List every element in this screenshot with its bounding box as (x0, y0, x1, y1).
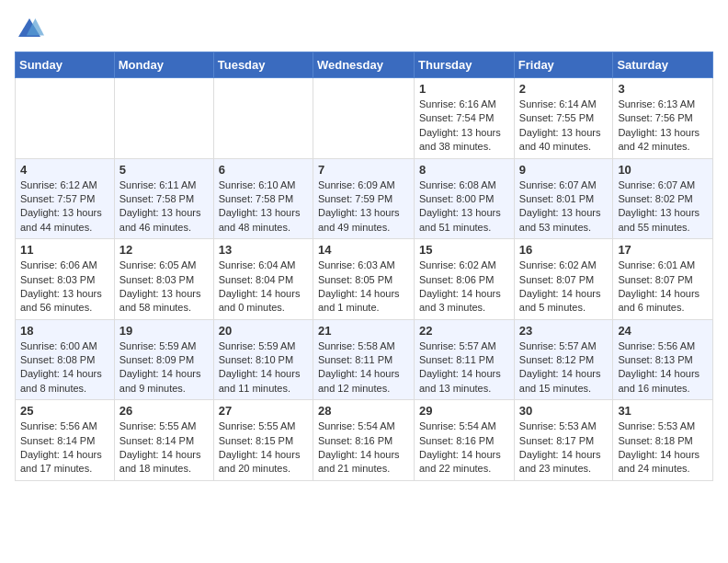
cell-content: Sunrise: 6:00 AM Sunset: 8:08 PM Dayligh… (20, 339, 109, 396)
day-number: 29 (419, 404, 509, 418)
cell-content: Sunrise: 5:54 AM Sunset: 8:16 PM Dayligh… (318, 419, 409, 477)
day-number: 1 (419, 82, 509, 96)
day-number: 6 (219, 163, 308, 177)
day-number: 7 (318, 163, 409, 177)
header-tuesday: Tuesday (213, 52, 313, 78)
cell-content: Sunrise: 6:10 AM Sunset: 7:58 PM Dayligh… (219, 178, 308, 236)
cell-week4-day4: 22Sunrise: 5:57 AM Sunset: 8:11 PM Dayli… (415, 319, 515, 400)
week-row-2: 4Sunrise: 6:12 AM Sunset: 7:57 PM Daylig… (16, 158, 713, 239)
day-number: 24 (618, 324, 708, 338)
calendar-header: SundayMondayTuesdayWednesdayThursdayFrid… (16, 52, 713, 78)
cell-week2-day0: 4Sunrise: 6:12 AM Sunset: 7:57 PM Daylig… (16, 158, 115, 239)
cell-content: Sunrise: 6:02 AM Sunset: 8:07 PM Dayligh… (519, 259, 609, 316)
cell-week1-day6: 3Sunrise: 6:13 AM Sunset: 7:56 PM Daylig… (613, 78, 713, 159)
cell-content: Sunrise: 5:53 AM Sunset: 8:17 PM Dayligh… (519, 419, 609, 477)
cell-content: Sunrise: 5:59 AM Sunset: 8:10 PM Dayligh… (219, 339, 308, 396)
calendar-table: SundayMondayTuesdayWednesdayThursdayFrid… (15, 52, 713, 481)
day-number: 8 (419, 163, 509, 177)
cell-week3-day0: 11Sunrise: 6:06 AM Sunset: 8:03 PM Dayli… (16, 239, 115, 320)
logo-icon (15, 15, 44, 44)
cell-week2-day6: 10Sunrise: 6:07 AM Sunset: 8:02 PM Dayli… (613, 158, 713, 239)
cell-week5-day4: 29Sunrise: 5:54 AM Sunset: 8:16 PM Dayli… (415, 400, 515, 481)
cell-content: Sunrise: 6:05 AM Sunset: 8:03 PM Dayligh… (119, 259, 209, 316)
cell-content: Sunrise: 6:16 AM Sunset: 7:54 PM Dayligh… (419, 98, 509, 155)
cell-content: Sunrise: 6:07 AM Sunset: 8:02 PM Dayligh… (618, 178, 708, 236)
cell-week1-day2 (213, 78, 313, 159)
cell-week4-day3: 21Sunrise: 5:58 AM Sunset: 8:11 PM Dayli… (313, 319, 414, 400)
cell-content: Sunrise: 6:01 AM Sunset: 8:07 PM Dayligh… (618, 259, 708, 316)
week-row-3: 11Sunrise: 6:06 AM Sunset: 8:03 PM Dayli… (16, 239, 713, 320)
day-number: 21 (318, 324, 409, 338)
cell-week2-day5: 9Sunrise: 6:07 AM Sunset: 8:01 PM Daylig… (514, 158, 613, 239)
day-number: 13 (219, 243, 308, 257)
cell-week5-day2: 27Sunrise: 5:55 AM Sunset: 8:15 PM Dayli… (213, 400, 313, 481)
day-number: 11 (20, 243, 109, 257)
cell-content: Sunrise: 6:07 AM Sunset: 8:01 PM Dayligh… (519, 178, 609, 236)
cell-content: Sunrise: 5:57 AM Sunset: 8:12 PM Dayligh… (519, 339, 609, 396)
day-number: 31 (618, 404, 708, 418)
cell-week4-day5: 23Sunrise: 5:57 AM Sunset: 8:12 PM Dayli… (514, 319, 613, 400)
cell-week1-day1 (114, 78, 213, 159)
day-number: 2 (519, 82, 609, 96)
cell-content: Sunrise: 5:58 AM Sunset: 8:11 PM Dayligh… (318, 339, 409, 396)
day-number: 16 (519, 243, 609, 257)
cell-week5-day0: 25Sunrise: 5:56 AM Sunset: 8:14 PM Dayli… (16, 400, 115, 481)
day-number: 27 (219, 404, 308, 418)
cell-content: Sunrise: 6:09 AM Sunset: 7:59 PM Dayligh… (318, 178, 409, 236)
cell-week3-day1: 12Sunrise: 6:05 AM Sunset: 8:03 PM Dayli… (114, 239, 213, 320)
cell-content: Sunrise: 6:08 AM Sunset: 8:00 PM Dayligh… (419, 178, 509, 236)
cell-content: Sunrise: 5:56 AM Sunset: 8:14 PM Dayligh… (20, 419, 109, 477)
cell-content: Sunrise: 6:02 AM Sunset: 8:06 PM Dayligh… (419, 259, 509, 316)
cell-week5-day5: 30Sunrise: 5:53 AM Sunset: 8:17 PM Dayli… (514, 400, 613, 481)
day-number: 3 (618, 82, 708, 96)
cell-week2-day4: 8Sunrise: 6:08 AM Sunset: 8:00 PM Daylig… (415, 158, 515, 239)
cell-content: Sunrise: 6:14 AM Sunset: 7:55 PM Dayligh… (519, 98, 609, 155)
cell-content: Sunrise: 5:55 AM Sunset: 8:15 PM Dayligh… (219, 419, 308, 477)
cell-content: Sunrise: 6:03 AM Sunset: 8:05 PM Dayligh… (318, 259, 409, 316)
day-number: 9 (519, 163, 609, 177)
day-number: 4 (20, 163, 109, 177)
cell-week2-day3: 7Sunrise: 6:09 AM Sunset: 7:59 PM Daylig… (313, 158, 414, 239)
cell-week1-day5: 2Sunrise: 6:14 AM Sunset: 7:55 PM Daylig… (514, 78, 613, 159)
day-number: 18 (20, 324, 109, 338)
cell-week1-day3 (313, 78, 414, 159)
cell-content: Sunrise: 5:57 AM Sunset: 8:11 PM Dayligh… (419, 339, 509, 396)
day-number: 5 (119, 163, 209, 177)
cell-content: Sunrise: 6:12 AM Sunset: 7:57 PM Dayligh… (20, 178, 109, 236)
cell-content: Sunrise: 5:55 AM Sunset: 8:14 PM Dayligh… (119, 419, 209, 477)
cell-content: Sunrise: 5:56 AM Sunset: 8:13 PM Dayligh… (618, 339, 708, 396)
cell-week3-day3: 14Sunrise: 6:03 AM Sunset: 8:05 PM Dayli… (313, 239, 414, 320)
week-row-1: 1Sunrise: 6:16 AM Sunset: 7:54 PM Daylig… (16, 78, 713, 159)
cell-week1-day4: 1Sunrise: 6:16 AM Sunset: 7:54 PM Daylig… (415, 78, 515, 159)
cell-week4-day6: 24Sunrise: 5:56 AM Sunset: 8:13 PM Dayli… (613, 319, 713, 400)
day-number: 12 (119, 243, 209, 257)
calendar-body: 1Sunrise: 6:16 AM Sunset: 7:54 PM Daylig… (16, 78, 713, 481)
cell-content: Sunrise: 6:04 AM Sunset: 8:04 PM Dayligh… (219, 259, 308, 316)
cell-week3-day6: 17Sunrise: 6:01 AM Sunset: 8:07 PM Dayli… (613, 239, 713, 320)
cell-week3-day2: 13Sunrise: 6:04 AM Sunset: 8:04 PM Dayli… (213, 239, 313, 320)
cell-content: Sunrise: 6:11 AM Sunset: 7:58 PM Dayligh… (119, 178, 209, 236)
cell-content: Sunrise: 5:59 AM Sunset: 8:09 PM Dayligh… (119, 339, 209, 396)
header-monday: Monday (114, 52, 213, 78)
cell-week4-day1: 19Sunrise: 5:59 AM Sunset: 8:09 PM Dayli… (114, 319, 213, 400)
week-row-5: 25Sunrise: 5:56 AM Sunset: 8:14 PM Dayli… (16, 400, 713, 481)
header-thursday: Thursday (415, 52, 515, 78)
day-number: 23 (519, 324, 609, 338)
header-friday: Friday (514, 52, 613, 78)
header-saturday: Saturday (613, 52, 713, 78)
page-header (15, 15, 713, 44)
cell-week5-day6: 31Sunrise: 5:53 AM Sunset: 8:18 PM Dayli… (613, 400, 713, 481)
header-sunday: Sunday (16, 52, 115, 78)
logo (15, 15, 48, 44)
cell-week5-day3: 28Sunrise: 5:54 AM Sunset: 8:16 PM Dayli… (313, 400, 414, 481)
cell-content: Sunrise: 6:13 AM Sunset: 7:56 PM Dayligh… (618, 98, 708, 155)
day-number: 15 (419, 243, 509, 257)
day-number: 19 (119, 324, 209, 338)
cell-week4-day0: 18Sunrise: 6:00 AM Sunset: 8:08 PM Dayli… (16, 319, 115, 400)
cell-week1-day0 (16, 78, 115, 159)
cell-week4-day2: 20Sunrise: 5:59 AM Sunset: 8:10 PM Dayli… (213, 319, 313, 400)
day-number: 20 (219, 324, 308, 338)
day-number: 28 (318, 404, 409, 418)
cell-content: Sunrise: 5:54 AM Sunset: 8:16 PM Dayligh… (419, 419, 509, 477)
day-number: 30 (519, 404, 609, 418)
